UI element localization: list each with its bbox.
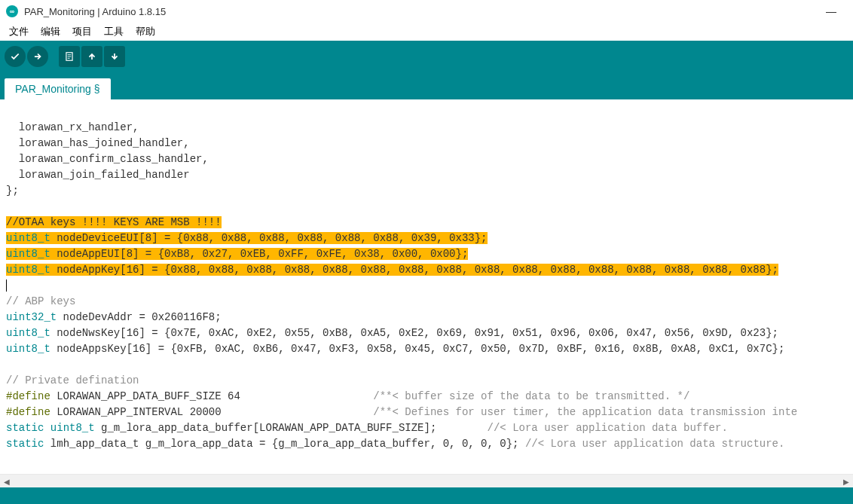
scrollbar-track[interactable] (0, 475, 853, 487)
line: lorawan_join_failed_handler (6, 169, 190, 181)
check-icon (10, 51, 20, 62)
menu-tools[interactable]: 工具 (98, 23, 130, 40)
tab-bar: PAR_Monitoring § (0, 72, 853, 99)
line: static uint8_t g_m_lora_app_data_buffer[… (6, 422, 728, 434)
code-editor[interactable]: lorawan_rx_handler, lorawan_has_joined_h… (0, 99, 853, 474)
window-title: PAR_Monitoring | Arduino 1.8.15 (24, 6, 815, 17)
menu-help[interactable]: 帮助 (130, 23, 161, 40)
comment-line: // ABP keys (6, 295, 75, 307)
comment-line: // Private defination (6, 374, 139, 386)
upload-button[interactable] (27, 46, 48, 67)
arduino-logo-icon: ∞ (6, 5, 18, 17)
scroll-left-button[interactable]: ◀ (0, 475, 14, 488)
line: lorawan_confirm_class_handler, (6, 153, 209, 165)
menu-project[interactable]: 项目 (66, 23, 98, 40)
title-bar: ∞ PAR_Monitoring | Arduino 1.8.15 — (0, 0, 853, 23)
save-button[interactable] (104, 46, 125, 67)
scroll-right-button[interactable]: ▶ (839, 475, 853, 488)
arrow-right-icon (32, 51, 43, 62)
line: uint8_t nodeAppsKey[16] = {0xFB, 0xAC, 0… (6, 343, 784, 355)
highlighted-line: uint8_t nodeDeviceEUI[8] = {0x88, 0x88, … (6, 232, 488, 244)
line: uint8_t nodeNwsKey[16] = {0x7E, 0xAC, 0x… (6, 327, 778, 339)
line: uint32_t nodeDevAddr = 0x260116F8; (6, 311, 222, 323)
status-bar (0, 487, 853, 504)
line: #define LORAWAN_APP_INTERVAL 20000 /**< … (6, 406, 797, 418)
line: lorawan_has_joined_handler, (6, 137, 190, 149)
arrow-down-icon (109, 51, 120, 62)
line: lorawan_rx_handler, (6, 121, 139, 133)
arrow-up-icon (87, 51, 97, 62)
horizontal-scrollbar[interactable]: ◀ ▶ (0, 474, 853, 487)
menu-file[interactable]: 文件 (3, 23, 35, 40)
open-button[interactable] (81, 46, 102, 67)
toolbar (0, 41, 853, 72)
highlighted-line: uint8_t nodeAppKey[16] = {0x88, 0x88, 0x… (6, 264, 778, 276)
menu-edit[interactable]: 编辑 (35, 23, 66, 40)
new-button[interactable] (59, 46, 80, 67)
line: static lmh_app_data_t g_m_lora_app_data … (6, 438, 784, 450)
text-caret (6, 279, 7, 292)
menu-bar: 文件 编辑 项目 工具 帮助 (0, 23, 853, 41)
minimize-button[interactable]: — (815, 5, 847, 17)
tab-sketch[interactable]: PAR_Monitoring § (5, 78, 111, 99)
line: }; (6, 185, 19, 197)
file-icon (64, 51, 75, 62)
verify-button[interactable] (5, 46, 26, 67)
line: #define LORAWAN_APP_DATA_BUFF_SIZE 64 /*… (6, 390, 689, 402)
highlighted-line: uint8_t nodeAppEUI[8] = {0xB8, 0x27, 0xE… (6, 248, 468, 260)
highlighted-line: //OTAA keys !!!! KEYS ARE MSB !!!! (6, 216, 222, 228)
